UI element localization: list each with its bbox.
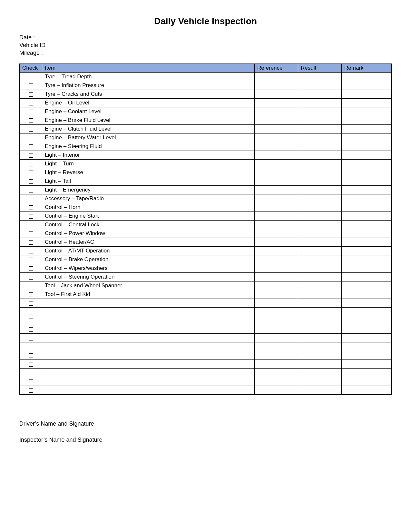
check-cell[interactable] [20,73,42,81]
reference-cell[interactable] [255,107,298,116]
result-cell[interactable] [298,203,342,212]
checkbox-icon[interactable] [29,336,33,340]
check-cell[interactable] [20,264,42,273]
checkbox-icon[interactable] [29,188,33,192]
check-cell[interactable] [20,334,42,342]
checkbox-icon[interactable] [29,136,33,140]
reference-cell[interactable] [255,360,298,369]
reference-cell[interactable] [255,369,298,377]
reference-cell[interactable] [255,81,298,90]
remark-cell[interactable] [342,133,392,142]
check-cell[interactable] [20,142,42,151]
result-cell[interactable] [298,142,342,151]
checkbox-icon[interactable] [29,84,33,88]
reference-cell[interactable] [255,168,298,177]
checkbox-icon[interactable] [29,266,33,271]
remark-cell[interactable] [342,377,392,386]
result-cell[interactable] [298,168,342,177]
result-cell[interactable] [298,125,342,133]
reference-cell[interactable] [255,151,298,160]
result-cell[interactable] [298,342,342,351]
check-cell[interactable] [20,273,42,281]
result-cell[interactable] [298,160,342,168]
checkbox-icon[interactable] [29,75,33,79]
check-cell[interactable] [20,360,42,369]
reference-cell[interactable] [255,160,298,168]
check-cell[interactable] [20,238,42,247]
check-cell[interactable] [20,247,42,255]
result-cell[interactable] [298,281,342,290]
reference-cell[interactable] [255,238,298,247]
checkbox-icon[interactable] [29,249,33,253]
check-cell[interactable] [20,229,42,238]
checkbox-icon[interactable] [29,223,33,227]
check-cell[interactable] [20,107,42,116]
checkbox-icon[interactable] [29,345,33,349]
checkbox-icon[interactable] [29,232,33,236]
check-cell[interactable] [20,369,42,377]
remark-cell[interactable] [342,386,392,395]
result-cell[interactable] [298,177,342,186]
reference-cell[interactable] [255,308,298,316]
remark-cell[interactable] [342,290,392,299]
remark-cell[interactable] [342,334,392,342]
reference-cell[interactable] [255,142,298,151]
checkbox-icon[interactable] [29,275,33,280]
result-cell[interactable] [298,212,342,221]
result-cell[interactable] [298,133,342,142]
checkbox-icon[interactable] [29,362,33,367]
remark-cell[interactable] [342,81,392,90]
checkbox-icon[interactable] [29,153,33,158]
checkbox-icon[interactable] [29,258,33,262]
result-cell[interactable] [298,81,342,90]
result-cell[interactable] [298,73,342,81]
checkbox-icon[interactable] [29,319,33,323]
reference-cell[interactable] [255,116,298,125]
check-cell[interactable] [20,386,42,395]
result-cell[interactable] [298,238,342,247]
check-cell[interactable] [20,116,42,125]
checkbox-icon[interactable] [29,162,33,166]
check-cell[interactable] [20,325,42,334]
checkbox-icon[interactable] [29,171,33,175]
result-cell[interactable] [298,194,342,203]
check-cell[interactable] [20,316,42,325]
remark-cell[interactable] [342,116,392,125]
reference-cell[interactable] [255,273,298,281]
remark-cell[interactable] [342,316,392,325]
checkbox-icon[interactable] [29,205,33,210]
check-cell[interactable] [20,160,42,168]
reference-cell[interactable] [255,177,298,186]
remark-cell[interactable] [342,360,392,369]
result-cell[interactable] [298,386,342,395]
remark-cell[interactable] [342,229,392,238]
check-cell[interactable] [20,203,42,212]
result-cell[interactable] [298,316,342,325]
result-cell[interactable] [298,107,342,116]
check-cell[interactable] [20,342,42,351]
result-cell[interactable] [298,221,342,229]
result-cell[interactable] [298,264,342,273]
check-cell[interactable] [20,177,42,186]
check-cell[interactable] [20,281,42,290]
check-cell[interactable] [20,133,42,142]
result-cell[interactable] [298,351,342,360]
checkbox-icon[interactable] [29,353,33,358]
reference-cell[interactable] [255,377,298,386]
reference-cell[interactable] [255,342,298,351]
reference-cell[interactable] [255,247,298,255]
reference-cell[interactable] [255,299,298,308]
reference-cell[interactable] [255,125,298,133]
checkbox-icon[interactable] [29,197,33,201]
result-cell[interactable] [298,90,342,99]
reference-cell[interactable] [255,255,298,264]
checkbox-icon[interactable] [29,292,33,297]
reference-cell[interactable] [255,186,298,194]
remark-cell[interactable] [342,90,392,99]
checkbox-icon[interactable] [29,301,33,306]
remark-cell[interactable] [342,221,392,229]
check-cell[interactable] [20,308,42,316]
remark-cell[interactable] [342,194,392,203]
checkbox-icon[interactable] [29,379,33,384]
checkbox-icon[interactable] [29,214,33,219]
